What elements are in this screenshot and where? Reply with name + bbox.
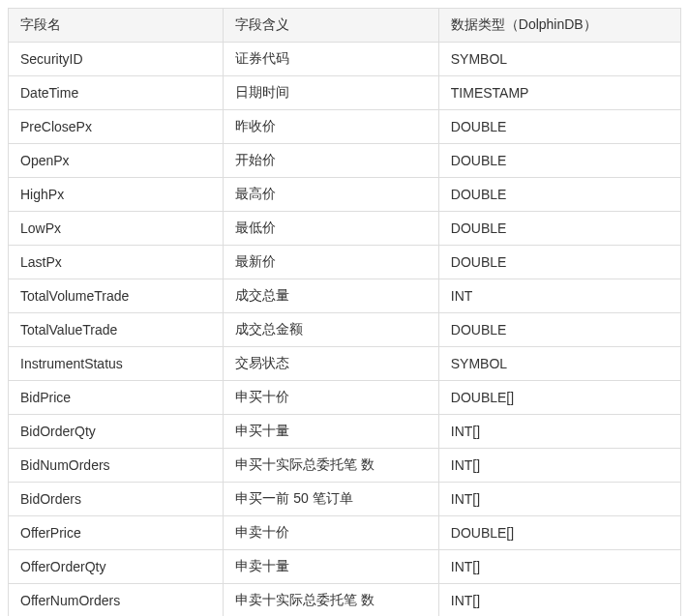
table-row: OpenPx 开始价 DOUBLE: [9, 144, 681, 178]
cell-field-name: BidOrders: [9, 483, 224, 516]
schema-table: 字段名 字段含义 数据类型（DolphinDB） SecurityID 证券代码…: [8, 8, 681, 616]
cell-data-type: DOUBLE[]: [438, 516, 680, 550]
table-row: DateTime 日期时间 TIMESTAMP: [9, 76, 681, 110]
table-row: BidOrders 申买一前 50 笔订单 INT[]: [9, 483, 681, 516]
cell-data-type: SYMBOL: [438, 43, 680, 76]
cell-field-meaning: 最低价: [224, 212, 438, 246]
cell-field-name: HighPx: [9, 178, 224, 212]
table-row: LowPx 最低价 DOUBLE: [9, 212, 681, 246]
cell-field-meaning: 昨收价: [224, 110, 438, 144]
cell-field-meaning: 交易状态: [224, 347, 438, 381]
cell-data-type: INT[]: [438, 550, 680, 584]
header-field-name: 字段名: [9, 9, 224, 43]
cell-field-name: LowPx: [9, 212, 224, 246]
table-row: BidNumOrders 申买十实际总委托笔 数 INT[]: [9, 449, 681, 483]
table-row: OfferOrderQty 申卖十量 INT[]: [9, 550, 681, 584]
cell-data-type: DOUBLE: [438, 144, 680, 178]
cell-field-name: BidPrice: [9, 381, 224, 415]
cell-field-meaning: 申卖十量: [224, 550, 438, 584]
table-row: SecurityID 证券代码 SYMBOL: [9, 43, 681, 76]
cell-field-meaning: 申买十实际总委托笔 数: [224, 449, 438, 483]
cell-field-name: LastPx: [9, 246, 224, 279]
table-body: SecurityID 证券代码 SYMBOL DateTime 日期时间 TIM…: [9, 43, 681, 617]
table-row: OfferPrice 申卖十价 DOUBLE[]: [9, 516, 681, 550]
cell-field-name: OfferNumOrders: [9, 584, 224, 617]
cell-data-type: DOUBLE[]: [438, 381, 680, 415]
cell-data-type: INT: [438, 279, 680, 313]
table-header-row: 字段名 字段含义 数据类型（DolphinDB）: [9, 9, 681, 43]
header-field-meaning: 字段含义: [224, 9, 438, 43]
cell-field-meaning: 申卖十价: [224, 516, 438, 550]
cell-field-meaning: 日期时间: [224, 76, 438, 110]
cell-data-type: INT[]: [438, 415, 680, 449]
cell-data-type: INT[]: [438, 483, 680, 516]
cell-field-name: OfferOrderQty: [9, 550, 224, 584]
cell-field-meaning: 申卖十实际总委托笔 数: [224, 584, 438, 617]
cell-data-type: DOUBLE: [438, 212, 680, 246]
cell-data-type: INT[]: [438, 449, 680, 483]
cell-field-meaning: 证券代码: [224, 43, 438, 76]
table-row: BidPrice 申买十价 DOUBLE[]: [9, 381, 681, 415]
cell-field-name: OpenPx: [9, 144, 224, 178]
schema-table-container: 字段名 字段含义 数据类型（DolphinDB） SecurityID 证券代码…: [8, 8, 681, 616]
cell-field-name: TotalValueTrade: [9, 313, 224, 347]
cell-field-name: BidNumOrders: [9, 449, 224, 483]
cell-field-name: InstrumentStatus: [9, 347, 224, 381]
table-row: LastPx 最新价 DOUBLE: [9, 246, 681, 279]
cell-data-type: DOUBLE: [438, 313, 680, 347]
table-row: TotalValueTrade 成交总金额 DOUBLE: [9, 313, 681, 347]
cell-data-type: DOUBLE: [438, 246, 680, 279]
cell-field-meaning: 申买一前 50 笔订单: [224, 483, 438, 516]
cell-field-name: PreClosePx: [9, 110, 224, 144]
cell-data-type: DOUBLE: [438, 178, 680, 212]
table-row: HighPx 最高价 DOUBLE: [9, 178, 681, 212]
cell-data-type: SYMBOL: [438, 347, 680, 381]
cell-field-name: BidOrderQty: [9, 415, 224, 449]
header-data-type: 数据类型（DolphinDB）: [438, 9, 680, 43]
cell-data-type: TIMESTAMP: [438, 76, 680, 110]
table-row: PreClosePx 昨收价 DOUBLE: [9, 110, 681, 144]
cell-field-meaning: 成交总量: [224, 279, 438, 313]
table-row: InstrumentStatus 交易状态 SYMBOL: [9, 347, 681, 381]
cell-field-name: SecurityID: [9, 43, 224, 76]
cell-field-meaning: 成交总金额: [224, 313, 438, 347]
cell-data-type: INT[]: [438, 584, 680, 617]
cell-field-meaning: 申买十价: [224, 381, 438, 415]
cell-field-name: TotalVolumeTrade: [9, 279, 224, 313]
cell-field-name: OfferPrice: [9, 516, 224, 550]
cell-field-meaning: 申买十量: [224, 415, 438, 449]
cell-data-type: DOUBLE: [438, 110, 680, 144]
table-row: BidOrderQty 申买十量 INT[]: [9, 415, 681, 449]
cell-field-name: DateTime: [9, 76, 224, 110]
table-row: TotalVolumeTrade 成交总量 INT: [9, 279, 681, 313]
cell-field-meaning: 开始价: [224, 144, 438, 178]
table-row: OfferNumOrders 申卖十实际总委托笔 数 INT[]: [9, 584, 681, 617]
cell-field-meaning: 最新价: [224, 246, 438, 279]
cell-field-meaning: 最高价: [224, 178, 438, 212]
